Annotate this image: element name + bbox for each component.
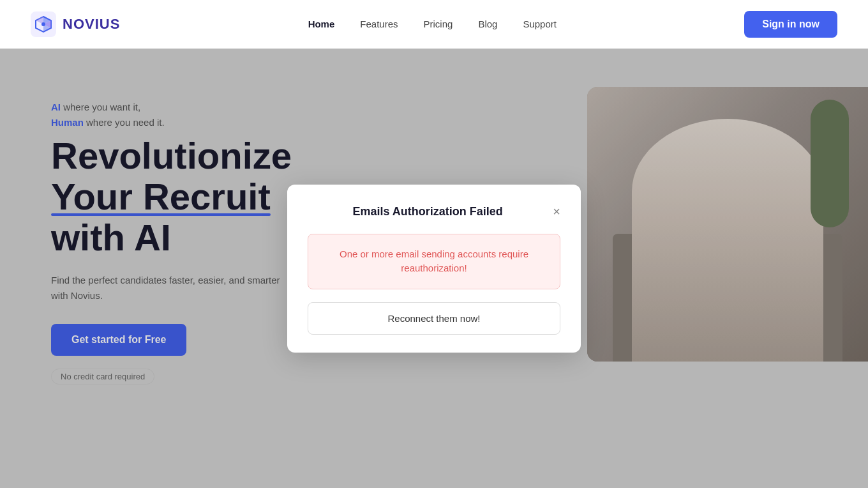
modal-alert-box: One or more email sending accounts requi… <box>308 234 560 289</box>
modal-header: Emails Authorization Failed × <box>308 205 560 218</box>
modal-overlay: Emails Authorization Failed × One or mor… <box>0 49 868 488</box>
logo-icon <box>31 11 56 37</box>
sign-in-button[interactable]: Sign in now <box>744 11 837 38</box>
navbar: NOVIUS Home Features Pricing Blog Suppor… <box>0 0 868 49</box>
hero-section: AI where you want it, Human where you ne… <box>0 49 868 488</box>
nav-item-support[interactable]: Support <box>523 19 557 30</box>
modal-close-button[interactable]: × <box>548 205 560 218</box>
logo: NOVIUS <box>31 11 120 37</box>
modal-alert-text: One or more email sending accounts requi… <box>340 248 528 274</box>
nav-item-features[interactable]: Features <box>360 19 398 30</box>
nav-item-home[interactable]: Home <box>308 19 335 30</box>
email-auth-modal: Emails Authorization Failed × One or mor… <box>287 185 581 353</box>
nav-item-pricing[interactable]: Pricing <box>424 19 453 30</box>
logo-text: NOVIUS <box>63 16 120 33</box>
modal-title: Emails Authorization Failed <box>308 205 548 218</box>
reconnect-button[interactable]: Reconnect them now! <box>308 302 560 335</box>
nav-links: Home Features Pricing Blog Support <box>308 19 557 30</box>
nav-item-blog[interactable]: Blog <box>478 19 497 30</box>
svg-point-6 <box>41 22 45 26</box>
